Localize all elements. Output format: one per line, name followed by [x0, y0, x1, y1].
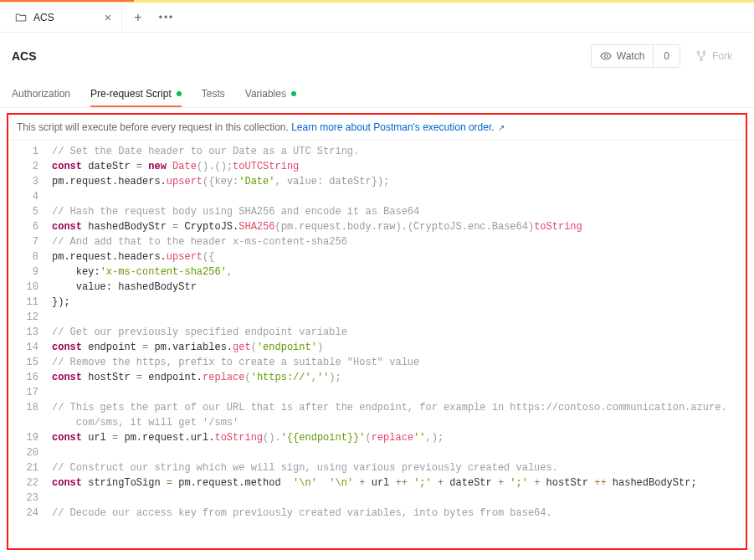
- tab-authorization[interactable]: Authorization: [12, 80, 70, 107]
- watch-count: 0: [653, 45, 680, 67]
- code-content[interactable]: // Set the Date header to our Date as a …: [47, 141, 746, 524]
- new-tab-button[interactable]: +: [126, 10, 151, 25]
- svg-point-1: [697, 51, 700, 54]
- code-editor[interactable]: 123456789101112131415161718192021222324 …: [8, 140, 746, 524]
- close-icon[interactable]: ×: [105, 11, 111, 24]
- tab-label: Pre-request Script: [90, 88, 172, 100]
- fork-label: Fork: [712, 50, 732, 62]
- active-tab-indicator: [0, 0, 134, 2]
- subtabs: Authorization Pre-request Script Tests V…: [0, 80, 754, 108]
- svg-point-3: [700, 59, 703, 61]
- description-text: This script will execute before every re…: [17, 121, 291, 133]
- file-tab-acs[interactable]: ACS ×: [5, 3, 122, 32]
- tab-variables[interactable]: Variables: [245, 80, 296, 107]
- svg-point-2: [703, 51, 705, 54]
- collection-title: ACS: [12, 49, 37, 63]
- script-description: This script will execute before every re…: [8, 115, 746, 140]
- link-text: Learn more about Postman's execution ord…: [291, 121, 494, 133]
- tab-overflow-button[interactable]: •••: [154, 12, 179, 23]
- watch-label: Watch: [617, 50, 645, 62]
- document-tabbar: ACS × + •••: [0, 3, 754, 33]
- tab-prerequest-script[interactable]: Pre-request Script: [90, 80, 182, 107]
- tab-label: Tests: [202, 88, 225, 100]
- eye-icon: [600, 50, 612, 62]
- status-dot-icon: [177, 91, 182, 96]
- file-tab-label: ACS: [33, 12, 54, 23]
- status-dot-icon: [291, 91, 296, 96]
- tab-tests[interactable]: Tests: [202, 80, 225, 107]
- tab-label: Authorization: [12, 88, 70, 100]
- folder-icon: [15, 12, 27, 23]
- watch-group: Watch 0: [591, 44, 680, 68]
- svg-point-0: [604, 54, 608, 58]
- header-row: ACS Watch 0 Fork: [0, 33, 754, 80]
- line-number-gutter: 123456789101112131415161718192021222324: [8, 141, 47, 524]
- fork-icon: [695, 50, 707, 62]
- highlighted-region: This script will execute before every re…: [7, 113, 747, 550]
- tab-label: Variables: [245, 88, 286, 100]
- learn-more-link[interactable]: Learn more about Postman's execution ord…: [291, 121, 505, 133]
- external-link-icon: ↗: [496, 123, 505, 132]
- watch-button[interactable]: Watch: [592, 45, 654, 67]
- fork-button: Fork: [687, 45, 741, 67]
